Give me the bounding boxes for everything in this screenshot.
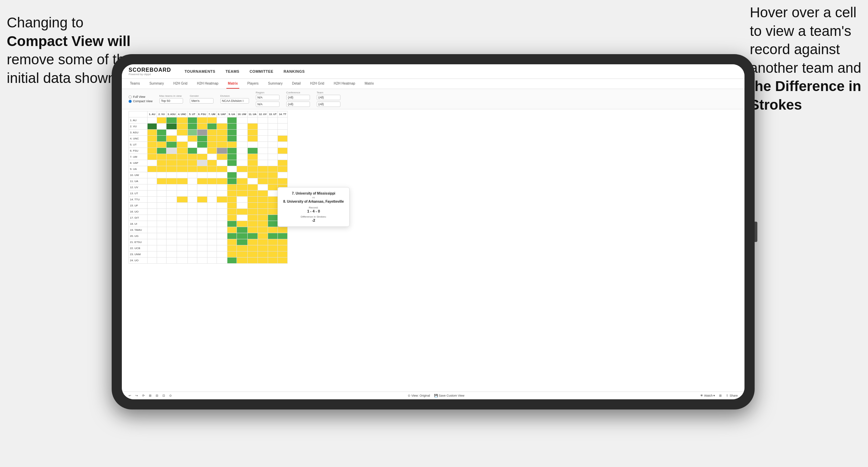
matrix-cell[interactable]: [157, 117, 166, 124]
matrix-cell[interactable]: [187, 215, 197, 221]
matrix-cell[interactable]: [237, 184, 247, 191]
matrix-cell[interactable]: [207, 233, 217, 239]
matrix-cell[interactable]: [258, 117, 268, 124]
matrix-cell[interactable]: [157, 197, 166, 203]
sub-nav-matrix2[interactable]: Matrix: [363, 79, 375, 89]
matrix-cell[interactable]: [227, 258, 237, 264]
matrix-cell[interactable]: [207, 136, 217, 142]
matrix-cell[interactable]: [247, 136, 258, 142]
matrix-cell[interactable]: [278, 166, 288, 172]
matrix-cell[interactable]: [278, 160, 288, 166]
matrix-cell[interactable]: [197, 184, 207, 191]
matrix-cell[interactable]: [157, 178, 166, 184]
matrix-cell[interactable]: [268, 160, 278, 166]
matrix-cell[interactable]: [148, 124, 157, 130]
matrix-cell[interactable]: [197, 154, 207, 160]
matrix-cell[interactable]: [217, 197, 227, 203]
matrix-cell[interactable]: [268, 172, 278, 178]
matrix-cell[interactable]: [207, 172, 217, 178]
matrix-cell[interactable]: [247, 233, 258, 239]
matrix-cell[interactable]: [148, 239, 157, 245]
matrix-cell[interactable]: [197, 160, 207, 166]
sub-nav-h2hgrid2[interactable]: H2H Grid: [309, 79, 326, 89]
matrix-cell[interactable]: [227, 251, 237, 258]
division-select[interactable]: NCAA Division I: [220, 98, 249, 104]
matrix-cell[interactable]: [177, 130, 187, 136]
matrix-cell[interactable]: [187, 166, 197, 172]
conference-select2[interactable]: (All): [286, 102, 310, 107]
matrix-cell[interactable]: [157, 148, 166, 154]
matrix-cell[interactable]: [166, 117, 177, 124]
matrix-cell[interactable]: [227, 233, 237, 239]
matrix-cell[interactable]: [166, 227, 177, 233]
matrix-cell[interactable]: [157, 160, 166, 166]
matrix-cell[interactable]: [207, 203, 217, 209]
matrix-cell[interactable]: [227, 154, 237, 160]
matrix-cell[interactable]: [268, 258, 278, 264]
matrix-cell[interactable]: [177, 142, 187, 148]
matrix-cell[interactable]: [247, 197, 258, 203]
matrix-cell[interactable]: [177, 233, 187, 239]
matrix-cell[interactable]: [197, 148, 207, 154]
matrix-cell[interactable]: [187, 117, 197, 124]
matrix-cell[interactable]: [157, 203, 166, 209]
matrix-cell[interactable]: [217, 245, 227, 251]
matrix-cell[interactable]: [148, 209, 157, 215]
matrix-cell[interactable]: [278, 178, 288, 184]
matrix-cell[interactable]: [187, 197, 197, 203]
matrix-cell[interactable]: [207, 191, 217, 197]
matrix-cell[interactable]: [197, 166, 207, 172]
matrix-cell[interactable]: [247, 124, 258, 130]
matrix-cell[interactable]: [157, 227, 166, 233]
matrix-cell[interactable]: [237, 160, 247, 166]
sub-nav-detail[interactable]: Detail: [291, 79, 302, 89]
matrix-cell[interactable]: [157, 245, 166, 251]
matrix-cell[interactable]: [237, 209, 247, 215]
matrix-cell[interactable]: [166, 197, 177, 203]
matrix-cell[interactable]: [258, 197, 268, 203]
matrix-cell[interactable]: [166, 124, 177, 130]
matrix-cell[interactable]: [166, 184, 177, 191]
matrix-cell[interactable]: [197, 172, 207, 178]
matrix-cell[interactable]: [207, 227, 217, 233]
matrix-cell[interactable]: [157, 154, 166, 160]
sub-nav-summary2[interactable]: Summary: [267, 79, 284, 89]
matrix-cell[interactable]: [148, 184, 157, 191]
matrix-cell[interactable]: [207, 178, 217, 184]
matrix-cell[interactable]: [258, 160, 268, 166]
matrix-cell[interactable]: [247, 239, 258, 245]
matrix-cell[interactable]: [227, 136, 237, 142]
matrix-cell[interactable]: [258, 148, 268, 154]
matrix-cell[interactable]: [258, 227, 268, 233]
matrix-cell[interactable]: [268, 233, 278, 239]
matrix-cell[interactable]: [187, 227, 197, 233]
matrix-cell[interactable]: [268, 215, 278, 221]
matrix-cell[interactable]: [148, 148, 157, 154]
sub-nav-teams[interactable]: Teams: [129, 79, 141, 89]
matrix-cell[interactable]: [217, 203, 227, 209]
matrix-cell[interactable]: [207, 245, 217, 251]
matrix-cell[interactable]: [268, 154, 278, 160]
matrix-cell[interactable]: [197, 239, 207, 245]
matrix-cell[interactable]: [268, 148, 278, 154]
matrix-cell[interactable]: [227, 130, 237, 136]
matrix-cell[interactable]: [237, 154, 247, 160]
matrix-cell[interactable]: [197, 251, 207, 258]
matrix-cell[interactable]: [258, 239, 268, 245]
matrix-cell[interactable]: [148, 178, 157, 184]
matrix-cell[interactable]: [197, 136, 207, 142]
matrix-cell[interactable]: [187, 251, 197, 258]
matrix-cell[interactable]: [227, 142, 237, 148]
matrix-cell[interactable]: [258, 124, 268, 130]
matrix-cell[interactable]: [258, 203, 268, 209]
nav-tournaments[interactable]: TOURNAMENTS: [185, 68, 216, 75]
view-original-btn[interactable]: ⊙ View: Original: [408, 394, 430, 397]
matrix-cell[interactable]: [227, 245, 237, 251]
nav-committee[interactable]: COMMITTEE: [249, 68, 273, 75]
max-teams-select[interactable]: Top 50: [159, 98, 183, 104]
matrix-cell[interactable]: [187, 124, 197, 130]
matrix-cell[interactable]: [187, 142, 197, 148]
matrix-cell[interactable]: [217, 130, 227, 136]
matrix-cell[interactable]: [197, 124, 207, 130]
matrix-cell[interactable]: [166, 172, 177, 178]
